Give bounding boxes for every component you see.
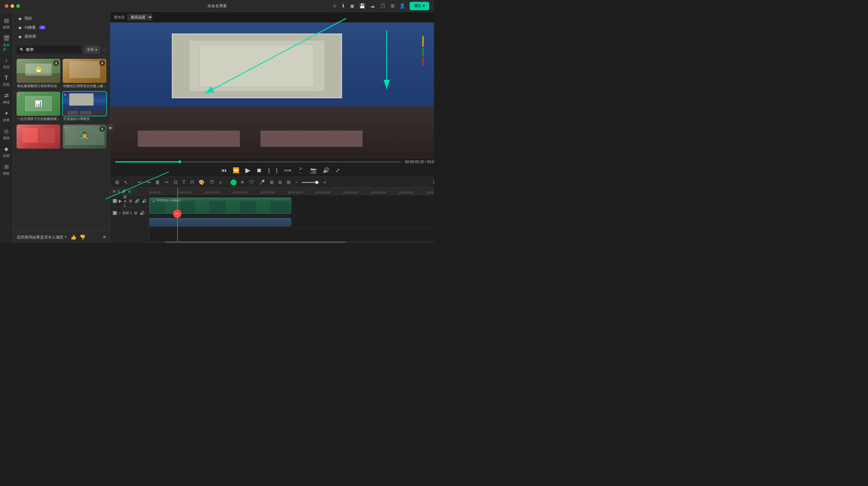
transition-icon: ⇄	[4, 92, 9, 99]
track-audio-button[interactable]: 🔊	[142, 199, 147, 204]
media-thumb-img-3: 📊 ♥	[17, 92, 60, 116]
sidebar-item-filter[interactable]: ◎ 濾鏡	[2, 125, 11, 143]
import-icon[interactable]: ⬇	[341, 2, 346, 9]
play-button[interactable]: ▶	[245, 166, 251, 175]
pip-button[interactable]: ⧉	[277, 179, 283, 186]
nav-item-library[interactable]: ▶ 素材庫	[17, 33, 106, 40]
delete-button[interactable]: 🗑	[154, 179, 161, 186]
sidebar-item-effect[interactable]: ✦ 效果	[2, 108, 11, 125]
link-button[interactable]: 🔗	[122, 189, 126, 193]
more-options-button[interactable]: ···	[102, 47, 106, 53]
track-link-button[interactable]: 🔗	[134, 199, 140, 204]
track-num-video: 1	[113, 199, 117, 203]
cut-button[interactable]: ✂	[164, 179, 170, 186]
search-input[interactable]	[26, 47, 79, 52]
video-clip[interactable]: ▶ 空蕩蕩的小學教室 ♥	[150, 198, 291, 214]
feedback-close-button[interactable]: ✕	[102, 234, 106, 240]
grid-icon[interactable]: ⊞	[390, 2, 395, 9]
media-thumb-2[interactable]: ⬇ 快樂的亞洲男孩在托盤上藤...	[63, 59, 106, 89]
sidebar-item-title[interactable]: T 標題	[2, 72, 11, 89]
nav-item-ai-draw[interactable]: ▶ AI繪畫 AI	[17, 24, 106, 31]
copy-button[interactable]: ⊞	[285, 179, 292, 186]
progress-thumb[interactable]	[178, 160, 181, 163]
timeline-add-button[interactable]: ⊞	[269, 179, 275, 186]
collapse-media-panel-button[interactable]: ◀	[106, 124, 114, 131]
sidebar-item-media[interactable]: ▤ 媒體	[2, 15, 11, 32]
mic-button[interactable]: 🎤	[258, 179, 266, 186]
search-input-wrap[interactable]: 🔍	[17, 46, 82, 53]
clip-frame-9	[270, 201, 291, 214]
audio-clip[interactable]	[150, 218, 291, 226]
screen-record-button[interactable]: 📱	[297, 166, 305, 174]
thumbs-up-button[interactable]: 👍	[70, 234, 76, 240]
minimize-window-button[interactable]	[10, 4, 14, 8]
media-thumb-3[interactable]: 📊 ♥ 一位亞洲男子正在創建商業...	[17, 92, 60, 122]
split-button[interactable]: ⟹	[283, 166, 292, 174]
bracket-start-button[interactable]: {	[267, 167, 270, 174]
audio-icon[interactable]: 🎵	[379, 2, 386, 9]
shield-button[interactable]: 🛡	[248, 179, 255, 186]
sidebar-item-assets[interactable]: 🎬 素材庫	[2, 33, 11, 54]
cut-marker[interactable]: ✂	[173, 210, 181, 218]
add-media-button[interactable]: ⊞	[113, 189, 116, 193]
filter-button[interactable]: 全部 ▾	[84, 45, 100, 54]
progress-track[interactable]	[115, 161, 401, 162]
volume-slider[interactable]	[302, 182, 320, 183]
step-back-button[interactable]: ⏪	[232, 166, 240, 174]
export-button[interactable]: 導出 ▾	[410, 2, 429, 10]
skip-back-button[interactable]: ⏮	[221, 167, 227, 174]
magnet-button[interactable]: ⊕	[128, 189, 131, 194]
sidebar-item-audio[interactable]: ♪ 音頻	[2, 55, 11, 72]
horizontal-scrollbar[interactable]	[150, 241, 434, 243]
minus-button[interactable]: −	[294, 179, 299, 186]
record-button[interactable]	[230, 179, 237, 185]
cloud-icon[interactable]: ☁	[370, 2, 375, 9]
audio-track-add-button[interactable]: ⊞	[134, 210, 138, 216]
sidebar-item-transition[interactable]: ⇄ 轉場	[2, 90, 11, 107]
quality-select[interactable]: 最高品質	[127, 14, 153, 21]
send-icon[interactable]: ⎋	[333, 3, 337, 9]
ruler-mark-12: 00:00:12:00	[316, 191, 330, 194]
audio-track-audio-button[interactable]: 🔊	[140, 210, 145, 216]
mask-button[interactable]: ⊓	[189, 179, 195, 186]
window-title: 未命名專案	[207, 3, 227, 9]
timer-button[interactable]: ⏱	[208, 179, 216, 186]
fullscreen-button[interactable]: ⤢	[335, 166, 341, 174]
nav-item-mine[interactable]: ▶ 我的	[17, 14, 106, 22]
sidebar-item-template[interactable]: ⊞ 模板	[2, 161, 11, 178]
add-media-2-button[interactable]: ⊡	[117, 189, 120, 193]
undo-button[interactable]: ↩	[136, 179, 143, 186]
user-icon[interactable]: 👤	[399, 2, 406, 9]
snapshot-button[interactable]: 📷	[310, 166, 317, 174]
media-thumb-4[interactable]: ♥ 空蕩蕩的小學教室	[63, 92, 106, 122]
screen-icon[interactable]: ▣	[349, 2, 355, 9]
media-thumb-img-1: 😷 ⬇	[17, 59, 60, 83]
thumbs-down-button[interactable]: 👎	[80, 234, 86, 240]
media-thumb-6[interactable]: 👨‍🏫 ♥ ⬇	[63, 124, 106, 149]
bracket-end-button[interactable]: }	[275, 167, 278, 174]
crop-button[interactable]: ⊡	[173, 179, 179, 186]
stop-button[interactable]: ⏹	[256, 167, 262, 174]
audio-toolbar-icon: ♪	[5, 57, 8, 64]
layout-button[interactable]: ⊞	[432, 179, 434, 186]
title-icon: T	[5, 75, 8, 81]
more-tools-button[interactable]: »	[218, 179, 223, 186]
media-icon: ▤	[4, 17, 9, 24]
media-thumb-1[interactable]: 😷 ⬇ 兩名戴著醫用口罩的學生站...	[17, 59, 60, 89]
paint-button[interactable]: 🎨	[197, 179, 206, 186]
fullscreen-window-button[interactable]	[16, 4, 20, 8]
close-window-button[interactable]	[5, 4, 8, 8]
volume-button[interactable]: 🔊	[322, 166, 330, 174]
redo-button[interactable]: ↪	[145, 179, 152, 186]
brightness-button[interactable]: ☀	[239, 179, 246, 186]
save-icon[interactable]: 💾	[359, 2, 366, 9]
scrollbar-thumb[interactable]	[164, 242, 345, 243]
plus-button[interactable]: +	[322, 179, 327, 186]
track-label-audio: 音頻 1	[122, 211, 132, 215]
text-button[interactable]: T	[181, 179, 187, 186]
track-add-button[interactable]: ⊞	[129, 199, 133, 204]
media-thumb-5[interactable]: ♥	[17, 124, 60, 149]
timeline-arrow-button[interactable]: ↖	[123, 179, 129, 186]
sidebar-item-sticker[interactable]: ◆ 貼紙	[2, 143, 11, 160]
timeline-select-all-button[interactable]: ⊞	[114, 179, 120, 186]
